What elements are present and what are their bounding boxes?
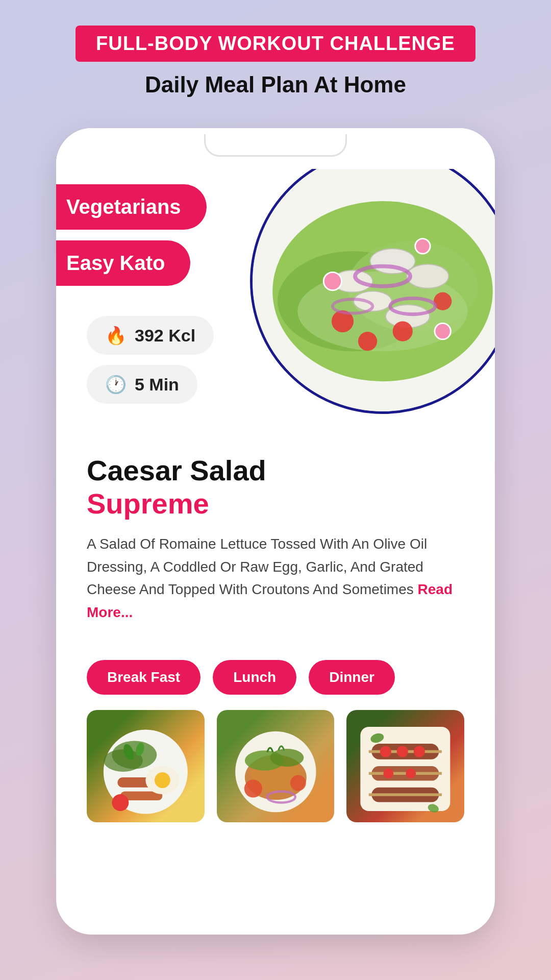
- fire-icon: 🔥: [105, 325, 127, 346]
- dinner-image: [346, 710, 464, 822]
- phone-notch-area: [56, 128, 495, 169]
- recipe-title-sub: Supreme: [87, 486, 464, 521]
- meal-images: [56, 705, 495, 853]
- svg-point-27: [112, 794, 129, 811]
- svg-point-46: [397, 746, 408, 757]
- tag-easy-kato[interactable]: Easy Kato: [56, 240, 190, 286]
- svg-point-34: [270, 749, 304, 767]
- phone-content: Vegetarians Easy Kato: [56, 169, 495, 853]
- svg-point-47: [414, 746, 425, 757]
- recipe-section: Caesar Salad Supreme A Salad Of Romaine …: [56, 434, 495, 640]
- svg-point-45: [380, 746, 391, 757]
- overlap-section: Vegetarians Easy Kato: [56, 169, 495, 434]
- phone-frame: Vegetarians Easy Kato: [56, 128, 495, 935]
- svg-point-35: [244, 779, 262, 797]
- svg-point-17: [323, 272, 341, 290]
- tab-lunch[interactable]: Lunch: [213, 660, 296, 695]
- recipe-description: A Salad Of Romaine Lettuce Tossed With A…: [87, 533, 464, 624]
- tab-dinner[interactable]: Dinner: [309, 660, 395, 695]
- meal-tabs: Break Fast Lunch Dinner: [56, 640, 495, 705]
- tab-breakfast[interactable]: Break Fast: [87, 660, 201, 695]
- page-header: FULL-BODY WORKOUT CHALLENGE Daily Meal P…: [0, 0, 551, 113]
- calories-pill: 🔥 392 Kcl: [87, 316, 214, 355]
- recipe-title-main: Caesar Salad: [87, 455, 464, 486]
- svg-point-5: [370, 249, 415, 274]
- svg-point-7: [407, 264, 448, 288]
- info-pills: 🔥 392 Kcl 🕐 5 Min: [87, 316, 214, 414]
- breakfast-image: [87, 710, 205, 822]
- clock-icon: 🕐: [105, 374, 127, 395]
- svg-point-19: [415, 239, 430, 254]
- time-pill: 🕐 5 Min: [87, 365, 197, 404]
- lunch-image: [217, 710, 335, 822]
- header-badge: FULL-BODY WORKOUT CHALLENGE: [76, 26, 475, 62]
- svg-point-48: [384, 768, 394, 778]
- svg-point-26: [155, 772, 170, 788]
- svg-point-18: [435, 323, 450, 339]
- header-subtitle: Daily Meal Plan At Home: [10, 72, 541, 97]
- svg-point-13: [358, 332, 377, 351]
- phone-notch: [204, 134, 347, 157]
- salad-image: [250, 169, 495, 414]
- svg-point-36: [290, 775, 306, 791]
- svg-point-11: [393, 321, 413, 341]
- tag-vegetarians[interactable]: Vegetarians: [56, 184, 207, 230]
- svg-point-49: [406, 768, 416, 778]
